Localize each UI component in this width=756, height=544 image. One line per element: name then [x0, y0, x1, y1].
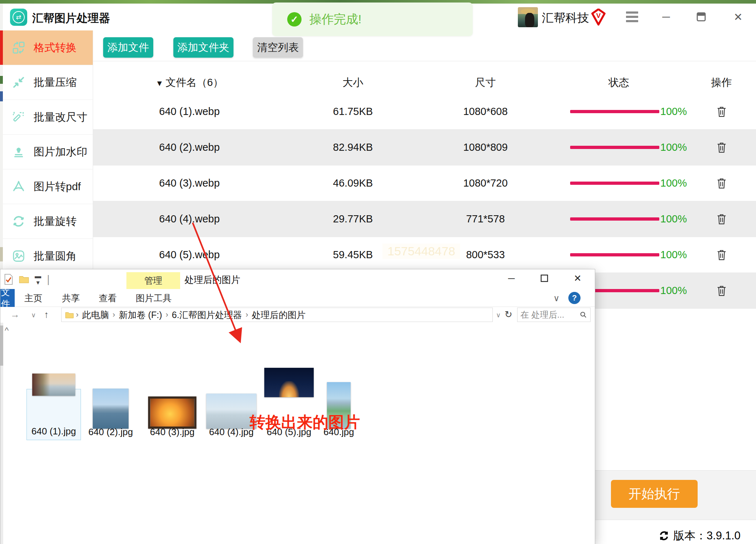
- progress-percent: 100%: [660, 141, 687, 153]
- explorer-window-title: 处理后的图片: [184, 274, 240, 286]
- version-value: 3.9.1.0: [707, 529, 741, 542]
- cell-filename: 640 (2).webp: [93, 141, 286, 153]
- maximize-button[interactable]: [692, 8, 710, 26]
- search-placeholder: 在 处理后...: [520, 309, 579, 321]
- cell-status: 100%: [551, 177, 687, 189]
- folder-icon[interactable]: [19, 275, 29, 283]
- file-item[interactable]: 640 (3).jpg: [144, 380, 201, 441]
- pdf-icon: [11, 180, 26, 193]
- sidebar-item-batch-resize[interactable]: 批量改尺寸: [3, 100, 93, 135]
- breadcrumb-current-folder[interactable]: 处理后的图片: [252, 309, 305, 321]
- file-item-selected[interactable]: 640 (1).jpg: [27, 389, 81, 440]
- brand-name: 汇帮科技: [542, 10, 589, 26]
- file-thumbnail: [206, 394, 256, 429]
- wallpaper-sliver: [0, 76, 3, 84]
- progress-percent: 100%: [660, 285, 687, 297]
- sidebar-item-label: 格式转换: [34, 40, 77, 55]
- cell-status: 100%: [551, 249, 687, 261]
- delete-icon[interactable]: [716, 285, 727, 297]
- explorer-minimize-button[interactable]: ─: [500, 269, 523, 287]
- vip-badge-icon: V: [591, 9, 606, 26]
- sidebar-item-batch-rotate[interactable]: 批量旋转: [3, 204, 93, 239]
- scrollbar-thumb[interactable]: [0, 326, 3, 366]
- file-check-icon[interactable]: [4, 274, 13, 285]
- search-input[interactable]: 在 处理后...: [517, 308, 591, 322]
- app-logo-icon: ⇄: [10, 9, 27, 26]
- tab-file[interactable]: 文件: [0, 289, 15, 307]
- table-row[interactable]: 640 (1).webp 61.75KB 1080*608 100%: [93, 94, 756, 130]
- refresh-icon[interactable]: ↻: [505, 309, 512, 320]
- explorer-titlebar: ▬▾ | 管理 处理后的图片 ─ ✕: [0, 269, 595, 289]
- ribbon-collapse-icon[interactable]: ∨: [553, 293, 560, 303]
- delete-icon[interactable]: [716, 177, 727, 189]
- minimize-button[interactable]: ─: [657, 8, 675, 26]
- sidebar-item-batch-round-corner[interactable]: 批量圆角: [3, 239, 93, 274]
- column-header-dimensions: 尺寸: [420, 76, 551, 90]
- clear-list-button[interactable]: 清空列表: [253, 37, 303, 58]
- sidebar-item-label: 图片转pdf: [34, 179, 81, 194]
- add-folder-button[interactable]: 添加文件夹: [173, 37, 233, 58]
- explorer-close-button[interactable]: ✕: [566, 269, 589, 287]
- cell-filename: 640 (3).webp: [93, 177, 286, 189]
- tab-home[interactable]: 主页: [23, 289, 44, 307]
- breadcrumb[interactable]: › 此电脑 › 新加卷 (F:) › 6.汇帮图片处理器 › 处理后的图片: [61, 308, 493, 322]
- cell-dimensions: 771*578: [420, 213, 551, 225]
- stamp-icon: [11, 145, 26, 159]
- breadcrumb-this-pc[interactable]: 此电脑: [82, 309, 109, 321]
- menu-icon[interactable]: [626, 11, 638, 22]
- brand-avatar: [518, 7, 538, 27]
- delete-icon[interactable]: [716, 249, 727, 261]
- sidebar-item-image-to-pdf[interactable]: 图片转pdf: [3, 169, 93, 204]
- rounded-image-icon: [11, 249, 26, 263]
- svg-text:V: V: [596, 12, 601, 19]
- explorer-maximize-button[interactable]: [533, 269, 556, 287]
- cell-size: 29.77KB: [286, 213, 420, 225]
- toast-message: 操作完成!: [309, 11, 361, 28]
- start-execute-button[interactable]: 开始执行: [611, 480, 698, 508]
- add-file-button[interactable]: 添加文件: [103, 37, 153, 58]
- delete-icon[interactable]: [716, 106, 727, 118]
- progress-bar: [570, 217, 659, 221]
- tab-view[interactable]: 查看: [97, 289, 119, 307]
- cell-size: 82.94KB: [286, 141, 420, 153]
- cell-status: 100%: [551, 106, 687, 117]
- forward-icon[interactable]: →: [10, 309, 20, 320]
- address-dropdown-icon[interactable]: ∨: [496, 311, 501, 319]
- format-convert-icon: [11, 41, 26, 54]
- cell-size: 61.75KB: [286, 106, 420, 117]
- history-chevron-icon[interactable]: ∨: [31, 311, 36, 319]
- delete-icon[interactable]: [716, 213, 727, 225]
- file-item[interactable]: 640 (2).jpg: [86, 380, 136, 441]
- breadcrumb-folder[interactable]: 6.汇帮图片处理器: [172, 309, 242, 321]
- sidebar-item-label: 图片加水印: [34, 145, 87, 159]
- quick-access-toolbar: ▬▾ |: [4, 273, 50, 286]
- scroll-up-icon[interactable]: ^: [5, 326, 9, 336]
- search-icon[interactable]: [579, 311, 587, 319]
- qat-dropdown-icon[interactable]: ▬▾: [35, 273, 41, 286]
- version-label: 版本：: [673, 529, 707, 542]
- progress-bar: [570, 146, 659, 149]
- file-explorer-window: ▬▾ | 管理 处理后的图片 ─ ✕ 文件 主页 共享 查看 图片工具 ∨ ? …: [0, 269, 595, 544]
- cell-dimensions: 1080*720: [420, 177, 551, 189]
- sidebar-item-batch-compress[interactable]: 批量压缩: [3, 65, 93, 100]
- ribbon-contextual-tab-manage[interactable]: 管理: [126, 272, 180, 289]
- delete-icon[interactable]: [716, 141, 727, 154]
- table-row[interactable]: 640 (3).webp 46.09KB 1080*720 100%: [93, 165, 756, 201]
- table-row[interactable]: 640 (4).webp 29.77KB 771*578 100%: [93, 201, 756, 237]
- column-header-filename[interactable]: ▼文件名（6）: [93, 76, 286, 90]
- toast-notification: ✓ 操作完成!: [272, 3, 473, 36]
- sidebar-item-format-convert[interactable]: 格式转换: [3, 30, 93, 65]
- progress-percent: 100%: [660, 177, 687, 189]
- chevron-right-icon: ›: [112, 310, 115, 319]
- version-row: 版本：3.9.1.0: [658, 528, 741, 543]
- watermark-text: 1575448478: [382, 244, 460, 259]
- sidebar-item-watermark[interactable]: 图片加水印: [3, 135, 93, 169]
- scrollbar-track[interactable]: [0, 323, 3, 544]
- up-icon[interactable]: ↑: [44, 309, 49, 320]
- help-icon[interactable]: ?: [568, 292, 581, 304]
- tab-share[interactable]: 共享: [60, 289, 82, 307]
- breadcrumb-drive[interactable]: 新加卷 (F:): [119, 309, 162, 321]
- close-button[interactable]: ✕: [729, 8, 747, 26]
- tab-picture-tools[interactable]: 图片工具: [136, 289, 172, 307]
- table-row[interactable]: 640 (2).webp 82.94KB 1080*809 100%: [93, 130, 756, 165]
